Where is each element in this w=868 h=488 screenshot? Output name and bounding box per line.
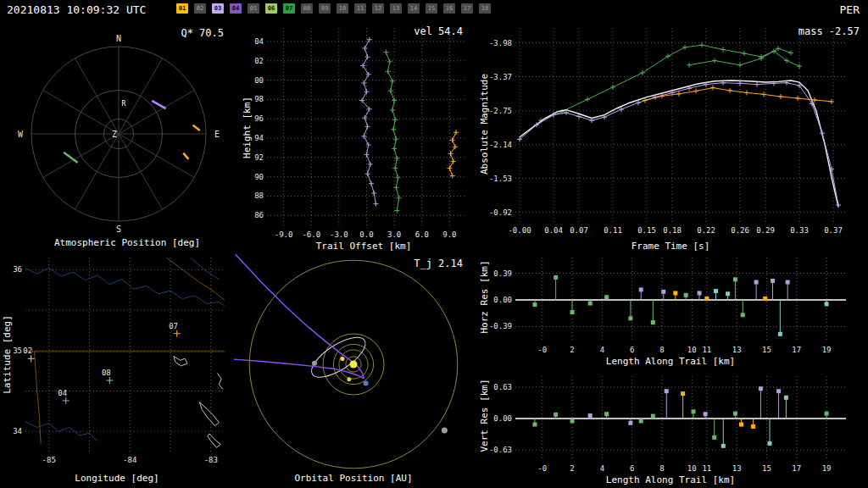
residual-point <box>759 386 763 391</box>
station-indicator-07[interactable]: 07 <box>283 3 295 14</box>
residual-point <box>712 435 716 440</box>
svg-text:0.0: 0.0 <box>359 230 373 239</box>
horizontal-residuals-chart: -024681011131517190.390.00-0.39 <box>473 251 868 356</box>
svg-text:8: 8 <box>659 346 664 354</box>
svg-text:10: 10 <box>687 464 697 473</box>
series-trail-green <box>386 53 398 211</box>
svg-text:10: 10 <box>687 346 697 354</box>
orbit-body-earth <box>364 380 369 385</box>
longitude-axis-label: Longitude [deg] <box>0 473 234 484</box>
svg-text:0.26: 0.26 <box>731 226 749 235</box>
svg-text:13: 13 <box>732 464 742 473</box>
magnitude-axis-label: Absolute Magnitude <box>479 40 490 209</box>
station-indicator-17[interactable]: 17 <box>461 3 473 14</box>
station-indicator-01[interactable]: 01 <box>176 3 188 14</box>
residual-point <box>639 287 643 291</box>
atmospheric-position-chart: NSWEZR <box>0 19 254 236</box>
orbit-body-jupiter <box>442 427 448 433</box>
residual-point <box>721 444 726 448</box>
svg-text:0.04: 0.04 <box>544 226 563 235</box>
svg-text:-85: -85 <box>42 456 56 464</box>
shower-code-label: PER <box>840 3 860 16</box>
station-indicator-14[interactable]: 14 <box>408 3 420 14</box>
map-feature-ridge-northeast <box>191 258 219 280</box>
residual-point <box>825 412 829 416</box>
svg-text:92: 92 <box>254 153 264 162</box>
svg-text:35: 35 <box>13 347 22 355</box>
station-indicator-10[interactable]: 10 <box>337 3 348 14</box>
station-indicator-06[interactable]: 06 <box>265 3 277 14</box>
residual-point <box>628 421 632 425</box>
svg-text:-0.92: -0.92 <box>489 208 512 217</box>
meteor-trail-segment <box>183 153 188 159</box>
map-station-04: 04 <box>58 389 67 397</box>
height-profile-panel: -9.0-6.0-3.00.03.06.09.08688909294969810… <box>254 19 473 254</box>
top-status-bar: 20210813 10:09:32 UTC 010203040506070809… <box>0 0 868 19</box>
orbit-body-inner-planet-2 <box>347 377 351 381</box>
atmospheric-position-panel: NSWEZR Q* 70.5 Atmospheric Position [deg… <box>0 19 254 254</box>
residual-point <box>786 280 790 285</box>
station-indicator-12[interactable]: 12 <box>372 3 384 14</box>
residual-point <box>733 412 737 416</box>
station-indicator-11[interactable]: 11 <box>354 3 366 14</box>
map-station-08: 08 <box>102 369 111 377</box>
residual-point <box>651 414 655 419</box>
svg-text:-3.0: -3.0 <box>330 230 348 239</box>
station-indicator-15[interactable]: 15 <box>426 3 437 14</box>
station-indicator-09[interactable]: 09 <box>319 3 331 14</box>
residual-point <box>588 413 593 418</box>
svg-text:0.11: 0.11 <box>604 226 622 235</box>
station-indicator-03[interactable]: 03 <box>212 3 224 14</box>
svg-text:0.07: 0.07 <box>570 226 588 235</box>
orbit-body-outer-body <box>312 361 317 366</box>
svg-text:19: 19 <box>822 346 832 354</box>
residual-point <box>754 280 759 285</box>
residual-point <box>651 320 655 324</box>
svg-text:0.15: 0.15 <box>637 226 656 235</box>
station-indicator-18[interactable]: 18 <box>479 3 491 14</box>
station-indicator-13[interactable]: 13 <box>390 3 402 14</box>
compass-north: N <box>116 34 121 43</box>
map-feature-lake-1 <box>174 356 187 365</box>
light-curve-panel: -0.000.040.070.110.150.180.220.260.290.3… <box>473 19 868 254</box>
residual-point <box>681 391 685 396</box>
svg-text:-2.14: -2.14 <box>489 141 512 149</box>
zenith-marker: Z <box>112 130 117 139</box>
station-indicator-16[interactable]: 16 <box>443 3 455 14</box>
station-indicator-04[interactable]: 04 <box>230 3 242 14</box>
svg-text:6.0: 6.0 <box>415 230 429 239</box>
map-feature-river-north <box>25 268 225 306</box>
svg-text:0.33: 0.33 <box>790 226 809 235</box>
mass-label: mass -2.57 <box>798 25 860 37</box>
svg-text:-0.00: -0.00 <box>508 226 531 235</box>
residual-point <box>588 302 593 306</box>
residual-point <box>704 297 709 301</box>
utc-timestamp: 20210813 10:09:32 UTC <box>7 3 146 16</box>
residual-point <box>726 291 730 296</box>
svg-text:6: 6 <box>630 346 634 354</box>
station-indicator-08[interactable]: 08 <box>301 3 313 14</box>
svg-text:-0: -0 <box>537 346 547 354</box>
map-feature-shore-east <box>217 373 223 389</box>
svg-text:0.18: 0.18 <box>663 226 682 235</box>
residual-point <box>784 396 788 400</box>
meteoroid-trajectory <box>236 254 364 378</box>
svg-text:9.0: 9.0 <box>442 230 456 239</box>
svg-text:11: 11 <box>702 464 711 473</box>
station-indicator-05[interactable]: 05 <box>248 3 259 14</box>
residual-point <box>532 423 537 427</box>
meteor-analysis-screen: 20210813 10:09:32 UTC 010203040506070809… <box>0 0 868 488</box>
svg-text:11: 11 <box>702 346 711 354</box>
svg-text:102: 102 <box>254 57 264 65</box>
svg-text:90: 90 <box>254 173 264 181</box>
svg-text:0.29: 0.29 <box>756 226 775 235</box>
svg-text:0.37: 0.37 <box>824 226 843 235</box>
residual-point <box>639 419 643 423</box>
station-indicator-02[interactable]: 02 <box>194 3 206 14</box>
residual-point <box>768 441 772 446</box>
residual-point <box>684 293 688 297</box>
vertical-residuals-chart: -024681011131517190.630.00-0.63 <box>473 369 868 474</box>
tisserand-label: T_j 2.14 <box>414 258 463 269</box>
svg-text:4: 4 <box>600 346 604 354</box>
orbit-panel: T_j 2.14 Orbital Position [AU] <box>234 251 473 488</box>
